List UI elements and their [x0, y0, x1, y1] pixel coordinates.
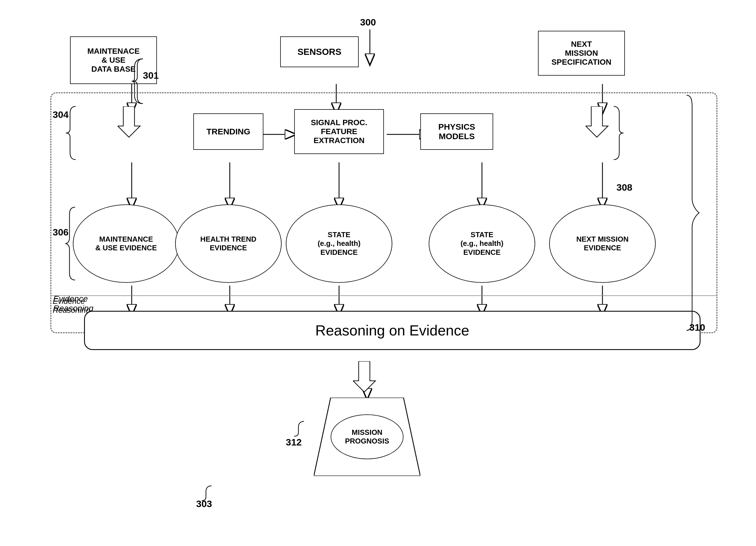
ref-308: 308 [616, 182, 632, 193]
health-trend-evidence-ellipse: HEALTH TRENDEVIDENCE [175, 205, 282, 283]
physics-models-box: PHYSICSMODELS [420, 113, 493, 150]
brace-308 [611, 104, 633, 165]
signal-proc-box: SIGNAL PROC.FEATUREEXTRACTION [294, 109, 384, 154]
reasoning-on-evidence-box: Reasoning on Evidence [84, 311, 701, 350]
ref-312: 312 [286, 437, 302, 448]
mission-prognosis-trapezoid: MISSIONPROGNOSIS [314, 398, 420, 476]
next-mission-evidence-ellipse: NEXT MISSIONEVIDENCE [549, 205, 656, 283]
brace-304 [56, 104, 78, 165]
right-down-arrow [586, 106, 614, 140]
trending-box: TRENDING [193, 113, 263, 150]
state-health-evidence-1-ellipse: STATE(e.g., health)EVIDENCE [286, 205, 392, 283]
down-arrow-to-trapezoid [353, 361, 381, 395]
svg-marker-22 [353, 361, 375, 392]
maintenance-use-evidence-ellipse: MAINTENANCE& USE EVIDENCE [73, 205, 179, 283]
brace-312 [286, 420, 308, 437]
sensors-box: SENSORS [280, 36, 359, 67]
svg-marker-21 [586, 106, 608, 137]
svg-marker-20 [118, 106, 140, 137]
brace-303 [193, 484, 216, 501]
left-down-arrow [118, 106, 146, 140]
separator-line [50, 295, 717, 296]
state-health-evidence-2-ellipse: STATE(e.g., health)EVIDENCE [429, 205, 535, 283]
mission-prognosis-ellipse: MISSIONPROGNOSIS [331, 414, 403, 459]
brace-306 [55, 205, 78, 283]
brace-310 [684, 92, 712, 333]
evidence-reasoning-label: EvidenceReasoning [53, 297, 90, 315]
next-mission-spec-box: NEXTMISSIONSPECIFICATION [538, 31, 625, 76]
diagram-container: 300 [28, 14, 729, 532]
